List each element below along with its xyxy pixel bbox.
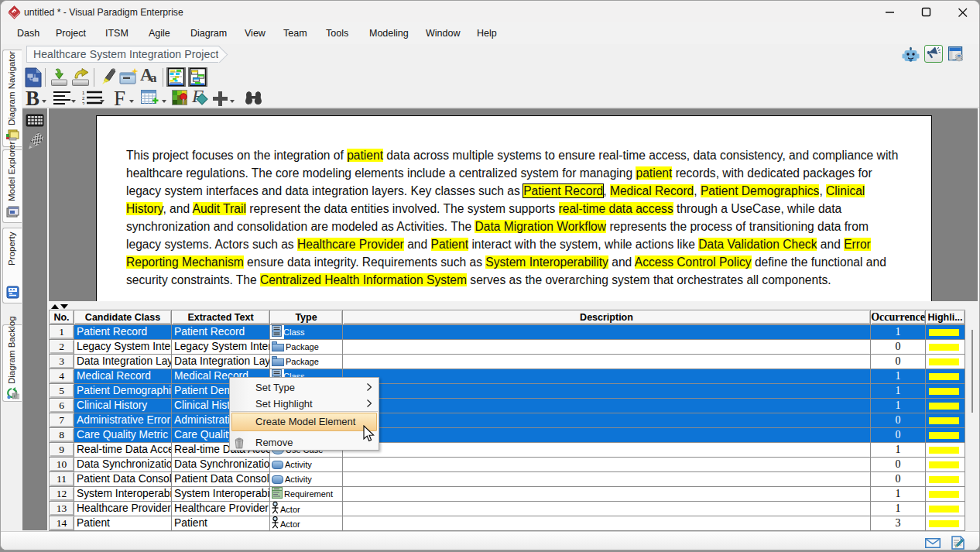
svg-text:1: 1 [82, 91, 85, 95]
svg-text:3: 3 [82, 101, 85, 105]
svg-text:2: 2 [82, 96, 85, 101]
